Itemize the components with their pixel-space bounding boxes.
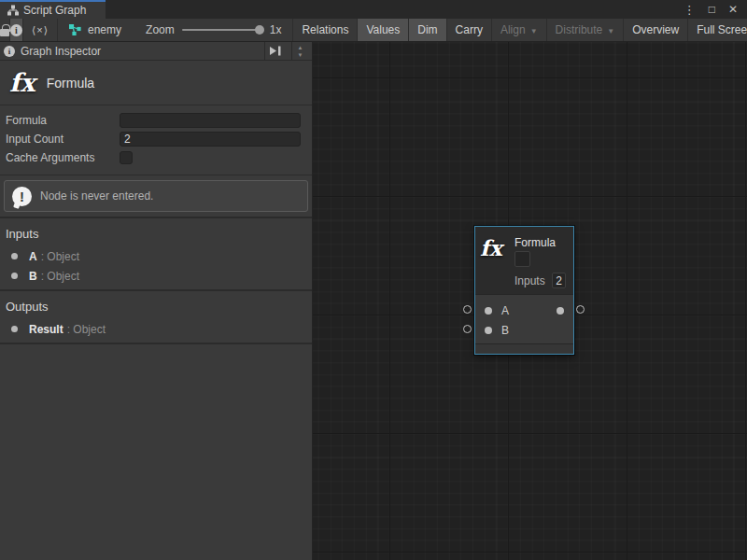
port-dot-icon <box>11 273 18 279</box>
chevron-down-icon: ▼ <box>530 27 538 35</box>
input-count-input[interactable] <box>120 132 301 147</box>
graph-hierarchy-icon <box>7 5 19 16</box>
warning-box: ! Node is never entered. <box>4 180 308 212</box>
window-controls: ⋮ □ ✕ <box>684 0 747 19</box>
selected-unit-title: fx Formula <box>0 61 312 105</box>
close-icon[interactable]: ✕ <box>728 3 738 16</box>
divider <box>0 343 312 344</box>
toolbar-button-carry[interactable]: Carry <box>447 19 492 41</box>
dock-panel-icon[interactable] <box>264 42 286 60</box>
code-preview-button[interactable]: ⟨×⟩ <box>23 19 58 41</box>
input-port-row-a: A: Object <box>0 246 312 266</box>
graph-inspector-panel: i Graph Inspector ▲ ▼ fx Formula Formula… <box>0 42 313 560</box>
toolbar-button-relations[interactable]: Relations <box>293 19 358 41</box>
info-toggle-button[interactable]: i <box>10 19 23 41</box>
toolbar-button-dim[interactable]: Dim <box>409 19 446 41</box>
toolbar-button-fullscreen[interactable]: Full Screen <box>688 19 747 41</box>
formula-node-ports: A B <box>475 294 573 343</box>
graph-breadcrumb[interactable]: enemy <box>58 19 134 41</box>
graph-asset-icon <box>69 24 82 35</box>
output-port-result[interactable] <box>557 307 564 315</box>
zoom-slider-handle[interactable] <box>255 25 264 35</box>
external-port-ring-b[interactable] <box>463 325 472 333</box>
unit-settings: Formula Input Count Cache Arguments <box>0 105 312 175</box>
graph-inspector-header: i Graph Inspector ▲ ▼ <box>0 42 312 61</box>
chevron-down-icon: ▼ <box>607 27 614 35</box>
info-icon: i <box>4 46 15 57</box>
window-menu-icon[interactable]: ⋮ <box>684 3 696 17</box>
input-port-b[interactable] <box>485 327 492 334</box>
output-port-row-result: Result: Object <box>0 319 312 339</box>
cache-arguments-checkbox[interactable] <box>120 151 133 164</box>
port-dot-icon <box>11 326 18 332</box>
graph-asset-name: enemy <box>88 23 121 36</box>
formula-fx-icon: fx <box>9 68 35 97</box>
formula-node-header[interactable]: fx Formula Inputs 2 <box>475 227 573 294</box>
graph-canvas[interactable]: fx Formula Inputs 2 A B <box>313 42 747 560</box>
outputs-section-title: Outputs <box>0 297 312 319</box>
formula-input[interactable] <box>120 113 301 128</box>
chevron-up-icon[interactable]: ▲ <box>298 45 303 50</box>
code-icon: ⟨×⟩ <box>32 24 49 36</box>
tab-label: Script Graph <box>23 4 86 17</box>
chevron-down-icon[interactable]: ▼ <box>298 52 303 58</box>
zoom-slider[interactable] <box>182 29 262 31</box>
node-port-row-b: B <box>475 321 573 340</box>
graph-toolbar: i ⟨×⟩ enemy Zoom 1x Relations Values Dim… <box>0 19 747 42</box>
warning-container: ! Node is never entered. <box>0 175 312 217</box>
field-row-formula: Formula <box>0 111 312 130</box>
port-label: B <box>501 324 509 337</box>
input-count-field-label: Input Count <box>6 133 120 146</box>
input-port-a[interactable] <box>485 307 492 315</box>
maximize-icon[interactable]: □ <box>709 3 715 16</box>
toolbar-button-distribute[interactable]: Distribute▼ <box>547 19 625 41</box>
lock-icon <box>0 29 9 36</box>
node-inputs-label: Inputs <box>514 274 545 287</box>
port-dot-icon <box>11 253 18 259</box>
outputs-section: Outputs Result: Object <box>0 291 312 343</box>
info-icon: i <box>10 24 22 36</box>
port-label: A <box>501 304 509 317</box>
unit-name: Formula <box>47 76 94 91</box>
inspector-title: Graph Inspector <box>21 45 259 58</box>
warning-text: Node is never entered. <box>40 189 153 203</box>
zoom-value: 1x <box>270 23 282 36</box>
window-tab-bar: Script Graph ⋮ □ ✕ <box>0 0 747 19</box>
formula-node-footer <box>475 343 573 353</box>
panel-scroll-spinner[interactable]: ▲ ▼ <box>291 42 308 60</box>
port-description: Result: Object <box>29 323 106 336</box>
inputs-section-title: Inputs <box>0 224 312 246</box>
warning-bubble-icon: ! <box>12 187 32 206</box>
input-port-row-b: B: Object <box>0 266 312 286</box>
external-port-ring-result[interactable] <box>576 305 585 314</box>
formula-node[interactable]: fx Formula Inputs 2 A B <box>474 226 574 355</box>
lock-button[interactable] <box>0 19 10 41</box>
toolbar-button-align[interactable]: Align▼ <box>492 19 547 41</box>
toolbar-button-overview[interactable]: Overview <box>624 19 688 41</box>
port-description: B: Object <box>29 270 79 283</box>
external-port-ring-a[interactable] <box>463 305 472 314</box>
node-title: Formula <box>514 236 556 249</box>
node-formula-inline-field[interactable] <box>514 251 530 267</box>
tab-script-graph[interactable]: Script Graph <box>0 0 106 19</box>
field-row-input-count: Input Count <box>0 130 312 148</box>
port-description: A: Object <box>29 250 79 263</box>
inputs-section: Inputs A: Object B: Object <box>0 218 312 289</box>
field-row-cache-arguments: Cache Arguments <box>0 148 312 167</box>
zoom-label: Zoom <box>146 23 175 36</box>
formula-fx-icon: fx <box>480 235 502 260</box>
toolbar-button-values[interactable]: Values <box>358 19 409 41</box>
cache-arguments-field-label: Cache Arguments <box>6 151 120 164</box>
node-inputs-value-field[interactable]: 2 <box>552 273 566 288</box>
node-port-row-a: A <box>475 301 573 320</box>
zoom-control: Zoom 1x <box>134 19 293 41</box>
formula-field-label: Formula <box>6 114 120 127</box>
